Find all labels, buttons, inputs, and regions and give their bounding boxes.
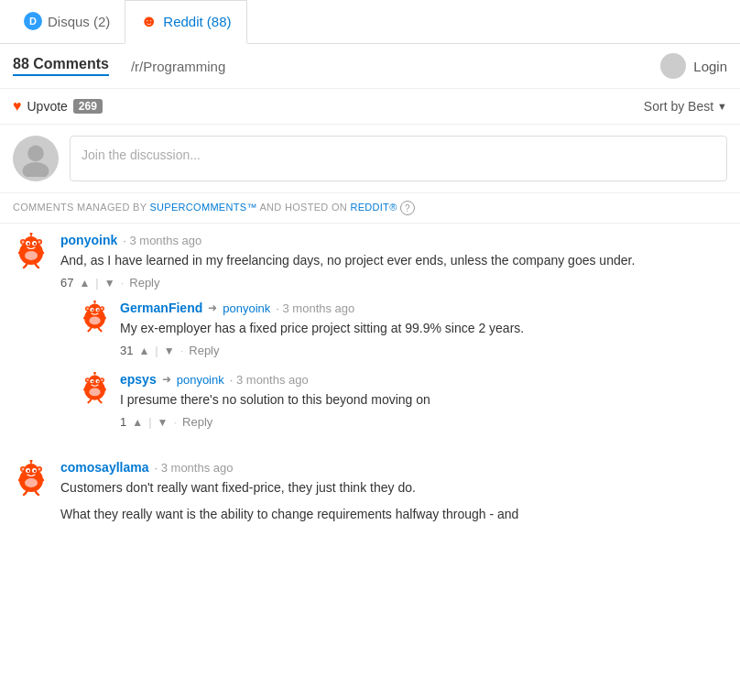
separator: | [155, 344, 158, 357]
tab-reddit[interactable]: ☻ Reddit (88) [125, 0, 246, 44]
upvote-label: Upvote [27, 99, 68, 114]
separator: | [148, 415, 151, 429]
comment-3-avatar [79, 372, 111, 404]
comment-3-text: I presume there's no solution to this be… [120, 390, 727, 410]
comment-4-time: · 3 months ago [155, 461, 234, 475]
comment-4-text-2: What they really want is the ability to … [60, 505, 727, 524]
comment-2-author[interactable]: GermanFiend [120, 301, 202, 315]
comment-1-avatar [13, 233, 49, 269]
comment-2-reply-to[interactable]: ponyoink [223, 301, 270, 315]
separator: · [121, 276, 125, 290]
managed-bar: COMMENTS MANAGED BY SUPERCOMMENTS™ AND H… [0, 193, 740, 224]
comment-3-body: epsys ➜ ponyoink · 3 months ago I presum… [120, 372, 727, 429]
tab-reddit-label: Reddit (88) [163, 14, 231, 29]
separator: · [180, 344, 184, 357]
subreddit-link[interactable]: /r/Programming [131, 59, 225, 74]
comment-3-author[interactable]: epsys [120, 372, 157, 387]
tab-disqus[interactable]: D Disqus (2) [9, 0, 125, 44]
comment-3: epsys ➜ ponyoink · 3 months ago I presum… [79, 372, 727, 429]
comment-1-vote-count: 67 [60, 276, 73, 290]
comment-4-body: comosayllama · 3 months ago Customers do… [60, 460, 727, 530]
comments-header: 88 Comments /r/Programming Login [0, 44, 740, 89]
comment-1-time: · 3 months ago [123, 234, 201, 247]
comment-4-text-1: Customers don't really want fixed-price,… [60, 478, 727, 498]
tab-disqus-label: Disqus (2) [48, 14, 110, 29]
comment-4-author[interactable]: comosayllama [60, 460, 149, 475]
comment-4: comosayllama · 3 months ago Customers do… [13, 460, 727, 530]
heart-icon: ♥ [13, 98, 22, 115]
comment-2-arrow: ➜ [208, 301, 217, 314]
comment-3-meta: epsys ➜ ponyoink · 3 months ago [120, 372, 727, 387]
comment-input-area: Join the discussion... [0, 125, 740, 193]
login-button[interactable]: Login [660, 53, 727, 79]
comment-2-actions: 31 ▲ | ▼ · Reply [120, 344, 727, 357]
tab-bar: D Disqus (2) ☻ Reddit (88) [0, 0, 740, 44]
comment-4-avatar [13, 460, 49, 497]
comment-2-upvote[interactable]: ▲ [138, 345, 149, 357]
sort-arrow-icon: ▼ [717, 101, 727, 112]
comment-2-reply[interactable]: Reply [189, 344, 219, 357]
comment-3-actions: 1 ▲ | ▼ · Reply [120, 415, 727, 429]
separator: | [95, 276, 98, 290]
managed-prefix: COMMENTS MANAGED BY [13, 202, 149, 213]
help-icon[interactable]: ? [400, 201, 415, 215]
supercomments-link[interactable]: SUPERCOMMENTS™ [149, 202, 256, 213]
sort-button[interactable]: Sort by Best ▼ [644, 99, 727, 114]
comments-count: 88 Comments [13, 56, 109, 76]
reddit-tab-icon: ☻ [140, 12, 158, 31]
reddit-link[interactable]: REDDIT® [350, 202, 397, 213]
comment-input[interactable]: Join the discussion... [70, 136, 727, 181]
current-user-avatar [13, 136, 59, 181]
separator: · [173, 415, 177, 429]
upvote-button[interactable]: ♥ Upvote 269 [13, 98, 103, 115]
login-avatar [660, 53, 686, 79]
disqus-icon: D [24, 12, 42, 30]
comment-1-text: And, as I have learned in my freelancing… [60, 251, 727, 270]
comment-3-vote-count: 1 [120, 415, 126, 429]
action-bar: ♥ Upvote 269 Sort by Best ▼ [0, 89, 740, 125]
comments-section: ponyoink · 3 months ago And, as I have l… [0, 224, 740, 555]
svg-point-14 [23, 162, 49, 177]
comment-3-downvote[interactable]: ▼ [158, 416, 169, 429]
comment-3-reply-to[interactable]: ponyoink [177, 373, 224, 387]
comment-3-time: · 3 months ago [230, 373, 309, 387]
comment-3-arrow: ➜ [162, 373, 171, 386]
managed-middle: AND HOSTED ON [257, 202, 351, 213]
sort-label: Sort by Best [644, 99, 713, 114]
comment-2: GermanFiend ➜ ponyoink · 3 months ago My… [79, 301, 727, 357]
comment-placeholder: Join the discussion... [82, 148, 201, 162]
comment-1: ponyoink · 3 months ago And, as I have l… [13, 233, 727, 443]
comment-2-body: GermanFiend ➜ ponyoink · 3 months ago My… [120, 301, 727, 357]
comment-1-author[interactable]: ponyoink [60, 233, 117, 247]
comment-3-upvote[interactable]: ▲ [132, 416, 143, 429]
comment-2-text: My ex-employer has a fixed price project… [120, 319, 727, 338]
comment-1-upvote[interactable]: ▲ [79, 277, 90, 290]
upvote-count: 269 [73, 99, 103, 114]
svg-point-13 [27, 146, 44, 162]
comment-1-reply[interactable]: Reply [129, 276, 159, 290]
comment-1-meta: ponyoink · 3 months ago [60, 233, 727, 247]
login-label: Login [693, 59, 727, 74]
nested-comments-1: GermanFiend ➜ ponyoink · 3 months ago My… [79, 301, 727, 429]
comment-4-meta: comosayllama · 3 months ago [60, 460, 727, 475]
comment-2-meta: GermanFiend ➜ ponyoink · 3 months ago [120, 301, 727, 315]
comment-3-reply[interactable]: Reply [182, 415, 212, 429]
comment-1-body: ponyoink · 3 months ago And, as I have l… [60, 233, 727, 443]
comment-2-avatar [79, 301, 111, 333]
comment-2-time: · 3 months ago [276, 301, 354, 315]
comment-2-downvote[interactable]: ▼ [164, 345, 175, 357]
comment-2-vote-count: 31 [120, 344, 133, 357]
comment-1-actions: 67 ▲ | ▼ · Reply [60, 276, 727, 290]
comment-1-downvote[interactable]: ▼ [104, 277, 115, 290]
